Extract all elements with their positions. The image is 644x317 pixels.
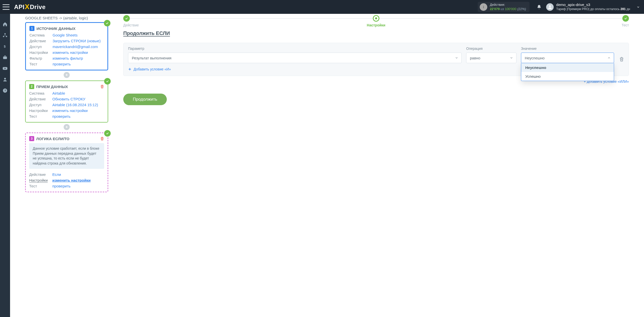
check-icon [104, 78, 111, 85]
option-fail[interactable]: Неуспешно [521, 63, 614, 72]
avatar-icon [546, 3, 554, 11]
logic-hint: Данное условие сработает, если в блоке П… [29, 143, 104, 169]
step-action[interactable]: Действие [123, 15, 139, 27]
step-settings[interactable]: Настройки [367, 15, 385, 27]
svg-text:?: ? [4, 89, 6, 92]
svg-text:$: $ [4, 45, 6, 48]
label-operation: Операция [466, 47, 516, 51]
link-test[interactable]: проверить [52, 114, 104, 118]
select-param[interactable]: Результат выполнения [128, 53, 462, 63]
page-title: Продолжить ЕСЛИ [123, 30, 629, 36]
card-logic[interactable]: 3 ЛОГИКА ЕСЛИ/ТО Данное условие сработае… [25, 133, 108, 192]
stats-pct: (22%) [517, 7, 526, 11]
stats-title: Действия: [490, 3, 526, 7]
link-action[interactable]: Обновить СТРОКУ [52, 97, 104, 101]
value-dropdown: Неуспешно Успешно [521, 63, 614, 81]
breadcrumb: GOOGLE SHEETS -> (airtable, logic) [25, 16, 108, 20]
briefcase-icon[interactable] [2, 55, 8, 60]
link-action[interactable]: Если [52, 172, 104, 177]
link-settings[interactable]: изменить настройки [52, 108, 104, 113]
logo[interactable]: API X Drive [14, 3, 46, 11]
stats-used: 22'079 [490, 7, 500, 11]
youtube-icon[interactable] [2, 66, 8, 71]
card-source[interactable]: 1 ИСТОЧНИК ДАННЫХ СистемаGoogle Sheets Д… [25, 22, 108, 70]
user-plan: Тариф |Премиум PRO| до оплаты осталось 2… [556, 7, 630, 11]
link-filter[interactable]: изменить фильтр [53, 56, 104, 60]
card-title: ПРИЕМ ДАННЫХ [36, 85, 68, 89]
dollar-icon[interactable]: $ [2, 44, 8, 49]
link-test[interactable]: проверить [52, 184, 104, 188]
svg-point-5 [5, 33, 6, 34]
info-icon [480, 3, 487, 11]
svg-point-2 [549, 5, 551, 7]
menu-toggle[interactable] [3, 4, 10, 10]
select-operation[interactable]: равно [466, 53, 516, 63]
link-access[interactable]: Airtable (16.08.2024 15:12) [52, 103, 104, 107]
connections-icon[interactable] [2, 32, 8, 38]
card-number: 3 [29, 136, 34, 141]
chevron-down-icon [510, 56, 513, 60]
link-system[interactable]: Airtable [52, 91, 104, 95]
chevron-up-icon [607, 56, 611, 60]
add-step-button[interactable]: + [64, 72, 70, 78]
option-success[interactable]: Успешно [521, 72, 614, 81]
svg-rect-1 [483, 7, 484, 8]
trash-icon[interactable] [100, 137, 104, 141]
step-test[interactable]: Тест [622, 15, 629, 27]
card-number: 1 [29, 26, 34, 31]
usage-stats[interactable]: Действия: 22'079 из 100'000 (22%) [478, 2, 530, 12]
left-pane: GOOGLE SHEETS -> (airtable, logic) 1 ИСТ… [10, 14, 116, 317]
step-bar: Действие Настройки Тест [123, 14, 629, 26]
logo-text-2: X [25, 3, 30, 11]
link-test[interactable]: проверить [53, 62, 104, 66]
delete-condition-icon[interactable] [619, 57, 624, 63]
svg-rect-7 [3, 57, 7, 59]
user-icon[interactable] [2, 77, 8, 82]
home-icon[interactable] [2, 21, 8, 27]
card-number: 2 [29, 84, 34, 89]
check-icon [104, 20, 110, 26]
continue-button[interactable]: Продолжить [123, 94, 167, 105]
side-rail: $ ? [0, 14, 10, 317]
svg-point-0 [483, 6, 484, 7]
svg-point-10 [4, 78, 6, 80]
label-param: Параметр [128, 47, 462, 51]
stats-total: 100'000 [505, 7, 516, 11]
logo-text-1: API [14, 4, 25, 11]
card-destination[interactable]: 2 ПРИЕМ ДАННЫХ СистемаAirtable ДействиеО… [25, 81, 108, 123]
link-access[interactable]: maverickandrii@gmail.com [53, 45, 104, 49]
check-icon [104, 130, 111, 137]
main-pane: Действие Настройки Тест Продолжить ЕСЛИ … [116, 14, 644, 317]
link-settings[interactable]: изменить настройки [52, 178, 91, 182]
select-value[interactable]: Неуспешно [521, 53, 614, 63]
help-icon[interactable]: ? [2, 88, 8, 93]
link-settings[interactable]: изменить настройки [53, 50, 104, 55]
trash-icon[interactable] [100, 85, 104, 89]
chevron-down-icon [455, 56, 458, 60]
bell-icon[interactable] [535, 3, 544, 12]
card-title: ЛОГИКА ЕСЛИ/ТО [36, 137, 69, 141]
add-step-button[interactable]: + [64, 124, 70, 130]
user-menu[interactable]: demo_apix-drive_s3 Тариф |Премиум PRO| д… [546, 3, 640, 11]
label-value: Значение [521, 47, 614, 51]
user-name: demo_apix-drive_s3 [556, 3, 630, 7]
logo-text-3: Drive [30, 4, 46, 11]
link-system[interactable]: Google Sheets [53, 33, 104, 37]
link-action[interactable]: Загрузить СТРОКИ (новые) [53, 39, 104, 43]
card-title: ИСТОЧНИК ДАННЫХ [36, 26, 75, 31]
topbar: API X Drive Действия: 22'079 из 100'000 … [0, 0, 644, 14]
chevron-down-icon [636, 5, 640, 9]
